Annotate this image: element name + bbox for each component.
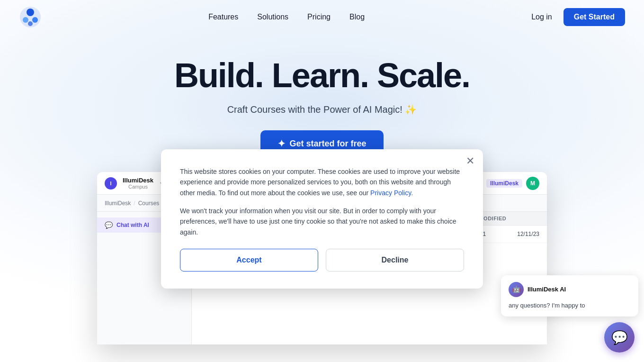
chat-ai-icon: 💬 [105,221,113,229]
dashboard-brand-name: IllumiDesk [123,177,153,184]
dashboard-brand-block: IllumiDesk Campus [123,177,153,190]
decline-cookies-button[interactable]: Decline [326,249,464,272]
cookie-modal: ✕ This website stores cookies on your co… [161,149,483,289]
dashboard-logo-avatar: I [105,177,117,190]
chat-ai-name: IllumiDesk AI [528,285,566,294]
org-label: IllumiDesk [486,179,522,188]
row-date: 12/11/23 [517,231,539,237]
logo-icon [19,6,42,28]
privacy-link[interactable]: Privacy Policy. [370,189,413,197]
cookie-close-button[interactable]: ✕ [466,156,474,166]
nav-features[interactable]: Features [208,13,238,21]
profile-area: IllumiDesk M [486,177,539,190]
hero-title: Build. Learn. Scale. [0,57,644,94]
sidebar-item-label: Chat with AI [116,222,149,228]
logo[interactable] [19,6,42,28]
cookie-text-1: This website stores cookies on your comp… [180,166,464,198]
main-navigation: Features Solutions Pricing Blog Log in G… [0,0,644,34]
hero-subtitle: Craft Courses with the Power of AI Magic… [0,104,644,115]
svg-point-1 [27,9,34,16]
nav-links: Features Solutions Pricing Blog [208,13,365,21]
nav-actions: Log in Get Started [531,8,625,26]
breadcrumb-home[interactable]: IllumiDesk [105,200,131,207]
chat-ai-bubble: 🤖 IllumiDesk AI any questions? I'm happy… [501,275,638,317]
accept-cookies-button[interactable]: Accept [180,249,318,272]
svg-point-4 [28,21,33,26]
login-button[interactable]: Log in [531,13,552,21]
cookie-text-2: We won't track your information when you… [180,206,464,237]
spark-icon: ✦ [277,138,286,149]
nav-solutions[interactable]: Solutions [257,13,288,21]
chat-widget-icon: 💬 [611,330,628,345]
breadcrumb-separator: / [134,200,135,207]
chat-bubble-header: 🤖 IllumiDesk AI [509,282,631,297]
breadcrumb-current: Courses [138,200,160,207]
hero-cta-label: Get started for free [289,139,366,149]
nav-pricing[interactable]: Pricing [307,13,331,21]
col-actions [518,216,539,221]
chat-widget-button[interactable]: 💬 [604,322,635,353]
user-avatar: M [526,177,539,190]
chat-bubble-message: any questions? I'm happy to [509,302,585,309]
get-started-nav-button[interactable]: Get Started [564,8,625,26]
svg-point-2 [23,17,28,23]
svg-point-3 [32,17,38,23]
cookie-actions: Accept Decline [180,249,464,272]
chat-ai-avatar: 🤖 [509,282,524,297]
nav-blog[interactable]: Blog [349,13,365,21]
dashboard-brand-sub: Campus [123,184,153,190]
